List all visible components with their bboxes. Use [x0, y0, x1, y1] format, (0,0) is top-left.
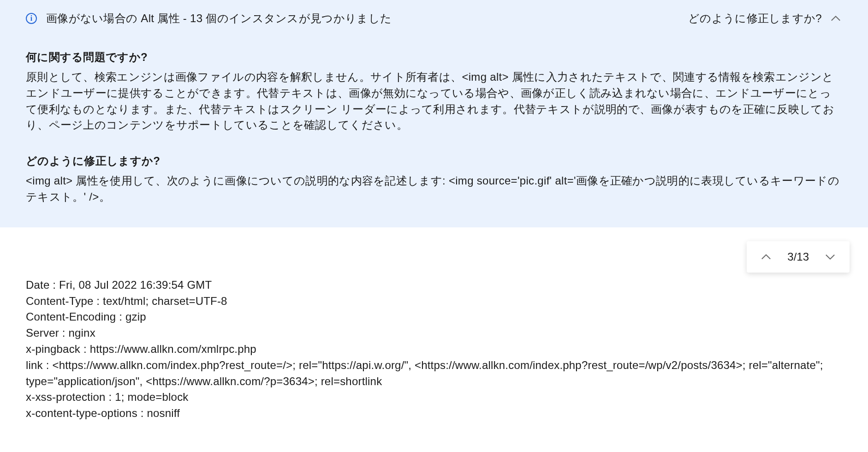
pager-prev-button[interactable]: [760, 250, 773, 263]
panel-header-left: 画像がない場合の Alt 属性 - 13 個のインスタンスが見つかりました: [26, 11, 392, 26]
info-icon: [26, 13, 37, 24]
issue-panel-header: 画像がない場合の Alt 属性 - 13 個のインスタンスが見つかりました どの…: [0, 0, 868, 37]
header-link: link : <https://www.allkn.com/index.php?…: [26, 357, 842, 390]
chevron-up-icon[interactable]: [829, 12, 842, 25]
fix-text: <img alt> 属性を使用して、次のように画像についての説明的な内容を記述し…: [26, 173, 842, 205]
pager-next-button[interactable]: [824, 250, 837, 263]
panel-header-right: どのように修正しますか?: [688, 11, 842, 26]
header-server: Server : nginx: [26, 325, 842, 341]
how-to-fix-link[interactable]: どのように修正しますか?: [688, 11, 822, 26]
header-x-content-type-options: x-content-type-options : nosniff: [26, 405, 842, 422]
header-x-pingback: x-pingback : https://www.allkn.com/xmlrp…: [26, 341, 842, 357]
panel-title: 画像がない場合の Alt 属性 - 13 個のインスタンスが見つかりました: [46, 11, 392, 26]
http-headers-block: Date : Fri, 08 Jul 2022 16:39:54 GMT Con…: [26, 277, 842, 422]
header-content-type: Content-Type : text/html; charset=UTF-8: [26, 293, 842, 309]
issue-panel-body: 何に関する問題ですか? 原則として、検索エンジンは画像ファイルの内容を解釈しませ…: [0, 37, 868, 227]
problem-text: 原則として、検索エンジンは画像ファイルの内容を解釈しません。サイト所有者は、<i…: [26, 69, 842, 133]
detail-area: 3/13 Date : Fri, 08 Jul 2022 16:39:54 GM…: [0, 227, 868, 422]
fix-heading: どのように修正しますか?: [26, 154, 842, 168]
header-content-encoding: Content-Encoding : gzip: [26, 309, 842, 325]
header-x-xss-protection: x-xss-protection : 1; mode=block: [26, 389, 842, 405]
pager: 3/13: [747, 241, 850, 273]
header-date: Date : Fri, 08 Jul 2022 16:39:54 GMT: [26, 277, 842, 293]
pager-count: 3/13: [787, 250, 809, 263]
problem-heading: 何に関する問題ですか?: [26, 50, 842, 65]
